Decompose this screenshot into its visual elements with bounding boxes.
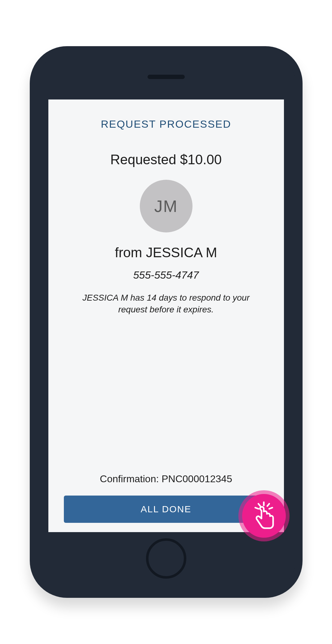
page-title: REQUEST PROCESSED [64, 118, 268, 130]
expiry-note: JESSICA M has 14 days to respond to your… [64, 292, 268, 315]
phone-inner-bezel: REQUEST PROCESSED Requested $10.00 JM fr… [37, 53, 296, 591]
avatar-initials: JM [154, 196, 178, 216]
confirmation-number: Confirmation: PNC000012345 [64, 473, 268, 485]
spacer [64, 315, 268, 473]
app-screen: REQUEST PROCESSED Requested $10.00 JM fr… [48, 99, 284, 532]
home-button[interactable] [146, 538, 186, 579]
phone-device-frame: REQUEST PROCESSED Requested $10.00 JM fr… [30, 46, 303, 598]
phone-speaker [148, 75, 185, 79]
from-contact-name: from JESSICA M [64, 245, 268, 260]
requested-amount: Requested $10.00 [64, 152, 268, 167]
contact-phone-number: 555-555-4747 [64, 269, 268, 281]
all-done-button[interactable]: ALL DONE [64, 496, 268, 523]
contact-avatar: JM [140, 180, 193, 232]
